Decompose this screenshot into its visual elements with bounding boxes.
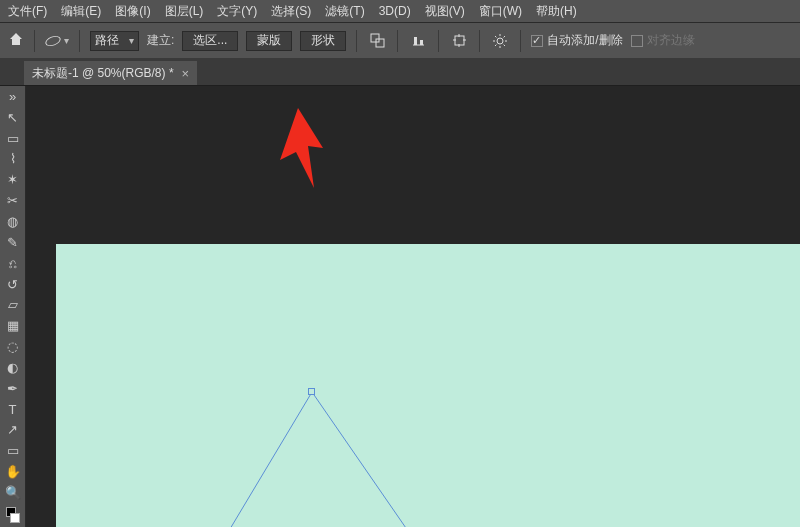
svg-point-6 xyxy=(497,38,503,44)
build-label: 建立: xyxy=(147,32,174,49)
menu-select[interactable]: 选择(S) xyxy=(271,3,311,20)
crop-tool[interactable]: ✂ xyxy=(0,190,25,211)
svg-rect-0 xyxy=(371,34,379,42)
tab-bar: 未标题-1 @ 50%(RGB/8) * × xyxy=(0,58,800,86)
menu-filter[interactable]: 滤镜(T) xyxy=(325,3,364,20)
path-arrangement-icon[interactable] xyxy=(449,31,469,51)
menu-window[interactable]: 窗口(W) xyxy=(479,3,522,20)
checkbox-icon xyxy=(631,35,643,47)
tool-preset-icon[interactable]: ▾ xyxy=(45,33,69,49)
history-brush-tool[interactable]: ↺ xyxy=(0,274,25,295)
brush-tool[interactable]: ✎ xyxy=(0,232,25,253)
menu-edit[interactable]: 编辑(E) xyxy=(61,3,101,20)
tool-mode-label: 路径 xyxy=(95,32,119,49)
make-shape-button[interactable]: 形状 xyxy=(300,31,346,51)
menu-help[interactable]: 帮助(H) xyxy=(536,3,577,20)
svg-rect-3 xyxy=(414,37,417,45)
make-mask-button[interactable]: 蒙版 xyxy=(246,31,292,51)
path-select-tool[interactable]: ↗ xyxy=(0,420,25,441)
document-tab-label: 未标题-1 @ 50%(RGB/8) * xyxy=(32,65,174,82)
menu-file[interactable]: 文件(F) xyxy=(8,3,47,20)
menu-text[interactable]: 文字(Y) xyxy=(217,3,257,20)
path-alignment-icon[interactable] xyxy=(408,31,428,51)
annotation-arrow-icon xyxy=(268,108,328,198)
work-path[interactable] xyxy=(56,244,800,527)
divider xyxy=(356,30,357,52)
options-bar: ▾ 路径 ▾ 建立: 选区... 蒙版 形状 自动添加/删除 对齐边缘 xyxy=(0,22,800,58)
divider xyxy=(520,30,521,52)
menu-layer[interactable]: 图层(L) xyxy=(165,3,204,20)
anchor-point[interactable] xyxy=(308,388,315,395)
align-edges-label: 对齐边缘 xyxy=(647,32,695,49)
canvas[interactable] xyxy=(56,244,800,527)
menu-view[interactable]: 视图(V) xyxy=(425,3,465,20)
make-selection-button[interactable]: 选区... xyxy=(182,31,238,51)
divider xyxy=(438,30,439,52)
lasso-tool[interactable]: ⌇ xyxy=(0,149,25,170)
align-edges-checkbox[interactable]: 对齐边缘 xyxy=(631,32,695,49)
menu-bar: 文件(F) 编辑(E) 图像(I) 图层(L) 文字(Y) 选择(S) 滤镜(T… xyxy=(0,0,800,22)
hand-tool[interactable]: ✋ xyxy=(0,461,25,482)
shape-tool[interactable]: ▭ xyxy=(0,440,25,461)
divider xyxy=(79,30,80,52)
auto-add-delete-checkbox[interactable]: 自动添加/删除 xyxy=(531,32,622,49)
clone-stamp-tool[interactable]: ⎌ xyxy=(0,253,25,274)
blur-tool[interactable]: ◌ xyxy=(0,336,25,357)
auto-add-delete-label: 自动添加/删除 xyxy=(547,32,622,49)
gear-icon[interactable] xyxy=(490,31,510,51)
swap-colors[interactable] xyxy=(0,503,25,527)
menu-3d[interactable]: 3D(D) xyxy=(379,4,411,18)
svg-rect-5 xyxy=(455,36,464,45)
svg-rect-1 xyxy=(376,39,384,47)
marquee-tool[interactable]: ▭ xyxy=(0,128,25,149)
pen-tool[interactable]: ✒ xyxy=(0,378,25,399)
path-operations-icon[interactable] xyxy=(367,31,387,51)
magic-wand-tool[interactable]: ✶ xyxy=(0,169,25,190)
home-icon[interactable] xyxy=(8,31,24,51)
svg-rect-4 xyxy=(420,40,423,45)
gradient-tool[interactable]: ▦ xyxy=(0,315,25,336)
workspace: » ↖ ▭ ⌇ ✶ ✂ ◍ ✎ ⎌ ↺ ▱ ▦ ◌ ◐ ✒ T ↗ ▭ ✋ 🔍 xyxy=(0,86,800,527)
dodge-tool[interactable]: ◐ xyxy=(0,357,25,378)
divider xyxy=(479,30,480,52)
checkbox-icon xyxy=(531,35,543,47)
eraser-tool[interactable]: ▱ xyxy=(0,294,25,315)
eyedropper-tool[interactable]: ◍ xyxy=(0,211,25,232)
background-swatch[interactable] xyxy=(10,513,20,523)
document-tab[interactable]: 未标题-1 @ 50%(RGB/8) * × xyxy=(24,61,197,85)
close-tab-icon[interactable]: × xyxy=(182,66,190,81)
tool-mode-select[interactable]: 路径 ▾ xyxy=(90,31,139,51)
type-tool[interactable]: T xyxy=(0,399,25,420)
move-tool[interactable]: ↖ xyxy=(0,107,25,128)
canvas-area[interactable] xyxy=(26,86,800,527)
divider xyxy=(397,30,398,52)
divider xyxy=(34,30,35,52)
toolbox: » ↖ ▭ ⌇ ✶ ✂ ◍ ✎ ⎌ ↺ ▱ ▦ ◌ ◐ ✒ T ↗ ▭ ✋ 🔍 xyxy=(0,86,26,527)
expand-toolbox-icon[interactable]: » xyxy=(0,86,25,107)
zoom-tool[interactable]: 🔍 xyxy=(0,482,25,503)
menu-image[interactable]: 图像(I) xyxy=(115,3,150,20)
